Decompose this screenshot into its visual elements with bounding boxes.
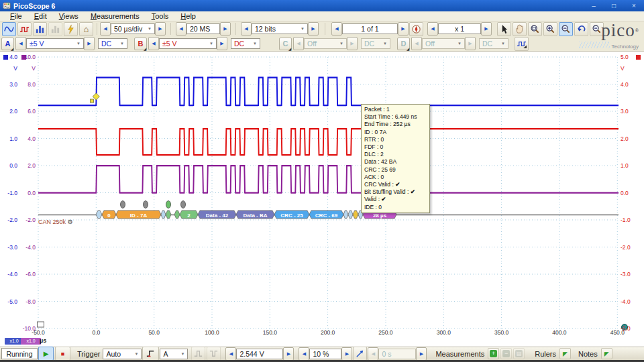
channel-a-range-down[interactable]: ◀ — [15, 37, 26, 50]
trigger-source-select[interactable]: A▼ — [160, 349, 188, 359]
channel-a-range-up[interactable]: ▶ — [84, 37, 95, 50]
trigger-level-down-button[interactable]: ◀ — [225, 347, 236, 361]
channel-b-range-down[interactable]: ◀ — [148, 37, 159, 50]
channel-a-range-select[interactable]: ±5 V▼ — [26, 38, 84, 49]
menu-measurements[interactable]: Measurements — [85, 11, 146, 21]
trigger-marker-icon[interactable] — [353, 347, 367, 361]
decode-segment[interactable] — [353, 210, 358, 219]
axis-red-tick: 0.0 — [621, 190, 639, 196]
home-icon[interactable]: ⌂ — [79, 22, 93, 36]
scope-canvas[interactable]: 0ID - 7A2Data - 42Data - BACRC - 25CRC -… — [0, 52, 644, 347]
delay-up-button[interactable]: ▶ — [416, 347, 427, 361]
channel-d-range-up: ▶ — [465, 37, 476, 50]
svg-text:28 µs: 28 µs — [373, 213, 387, 219]
trigger-mode-select[interactable]: Auto▼ — [103, 349, 142, 359]
axis-purple-tick: -2.0 — [19, 217, 36, 223]
menu-help[interactable]: Help — [174, 11, 202, 21]
resolution-select[interactable]: 12 bits▼ — [252, 23, 308, 34]
axis-red-tick: -2.0 — [621, 244, 639, 251]
decode-segment[interactable] — [166, 210, 171, 219]
start-capture-button[interactable]: ▶ — [38, 347, 54, 361]
serial-decode-channel-label[interactable]: CAN 250k ⚙ — [38, 219, 73, 225]
spectrum-mode-icon[interactable] — [33, 22, 47, 36]
trigger-level-stepper: ◀ 2.544 V ▶ — [225, 347, 294, 361]
zoom-window-icon[interactable] — [528, 22, 542, 36]
minimize-button[interactable]: – — [584, 0, 604, 11]
zoom-overview-icon[interactable] — [38, 322, 44, 327]
zoom-factor-field[interactable]: x 1 — [438, 23, 481, 34]
trigger-level-up-button[interactable]: ▶ — [283, 347, 294, 361]
menu-file[interactable]: File — [4, 11, 28, 21]
notes-label: Notes — [576, 350, 600, 358]
resolution-down-button[interactable]: ◀ — [241, 22, 252, 36]
axis-purple-unit: V — [19, 65, 36, 72]
pretrigger-up-button[interactable]: ▶ — [341, 347, 352, 361]
menu-edit[interactable]: Edit — [28, 11, 53, 21]
axis-red-tick: -1.0 — [621, 217, 639, 223]
time-axis-tick: 150.0 — [255, 329, 284, 336]
channel-a-button[interactable]: A◢ — [1, 38, 14, 50]
maximize-button[interactable]: □ — [604, 0, 624, 11]
resolution-up-button[interactable]: ▶ — [308, 22, 319, 36]
timebase-prev-button[interactable]: ◀ — [100, 22, 111, 36]
axis-blue-tick: -4.0 — [1, 271, 17, 278]
pointer-icon[interactable] — [497, 22, 511, 36]
decode-segment[interactable] — [161, 210, 166, 219]
samples-down-button[interactable]: ◀ — [176, 22, 186, 36]
page-field[interactable]: 1 of 1 — [342, 23, 398, 34]
channel-d-button[interactable]: D◢ — [397, 38, 410, 50]
channel-c-range-select[interactable]: Off▼ — [304, 38, 347, 49]
axis-red-tick: 4.0 — [621, 81, 639, 88]
notes-handle-icon[interactable]: ◤ — [601, 348, 612, 359]
hand-icon[interactable] — [513, 22, 527, 36]
channel-d-range-select[interactable]: Off▼ — [422, 38, 465, 49]
trigger-level-field[interactable]: 2.544 V — [236, 349, 283, 359]
channel-c-coupling-select[interactable]: DC▼ — [361, 38, 390, 49]
stop-capture-button[interactable]: ■ — [55, 347, 70, 361]
axis-purple-channel-square — [21, 55, 26, 60]
pretrigger-field[interactable]: 10 % — [309, 349, 341, 359]
zoom-in-step-button[interactable]: ▶ — [481, 22, 492, 36]
trigger-handle[interactable] — [91, 99, 94, 103]
menu-views[interactable]: Views — [53, 11, 85, 21]
channel-c-button[interactable]: C◢ — [279, 38, 292, 50]
channel-b-coupling-select[interactable]: DC▼ — [231, 38, 260, 49]
digital-inputs-icon[interactable] — [515, 37, 529, 51]
decode-segment[interactable] — [96, 210, 102, 219]
timebase-next-button[interactable]: ▶ — [155, 22, 166, 36]
axis-zoom-badge[interactable]: x1.0 — [21, 338, 41, 345]
channel-b-button[interactable]: B◢ — [134, 38, 147, 50]
trigger-arm-icon — [207, 347, 221, 361]
close-button[interactable]: × — [624, 0, 644, 11]
tooltip-row: Start Time : 6.449 ns — [364, 113, 427, 121]
channel-b-range-select[interactable]: ±5 V▼ — [159, 38, 217, 49]
rulers-handle-icon[interactable]: ◤ — [559, 348, 571, 359]
channel-d-coupling-select[interactable]: DC▼ — [479, 38, 508, 49]
timebase-select[interactable]: 50 µs/div▼ — [111, 23, 155, 34]
menu-tools[interactable]: Tools — [146, 11, 175, 21]
channel-b-range-up[interactable]: ▶ — [217, 37, 227, 50]
zoom-out-step-button[interactable]: ◀ — [427, 22, 438, 36]
decoder-settings-gear-icon[interactable]: ⚙ — [68, 219, 73, 225]
page-prev-button[interactable]: ◀ — [331, 22, 342, 36]
decode-segment[interactable] — [348, 210, 353, 219]
scope-mode-icon[interactable] — [2, 22, 16, 36]
pretrigger-down-button[interactable]: ◀ — [299, 347, 309, 361]
buffer-navigator-icon[interactable] — [409, 22, 423, 36]
axis-purple-tick: -6.0 — [19, 271, 36, 278]
samples-field[interactable]: 20 MS — [186, 23, 220, 34]
channel-d-group: D◢◀Off▼▶DC▼ — [396, 37, 508, 50]
running-button[interactable]: Running — [1, 348, 38, 359]
add-measurement-icon[interactable]: + — [488, 348, 499, 359]
decode-segment[interactable] — [174, 210, 180, 219]
tooltip-row: ID : 0 7A — [364, 129, 427, 136]
samples-up-button[interactable]: ▶ — [220, 22, 231, 36]
decode-segment[interactable] — [343, 210, 348, 219]
square-wave-mode-icon[interactable] — [17, 22, 32, 36]
zoom-in-icon[interactable] — [543, 22, 557, 36]
probe-wizard-icon[interactable] — [64, 22, 78, 36]
page-next-button[interactable]: ▶ — [398, 22, 409, 36]
channel-a-coupling-select[interactable]: DC▼ — [98, 38, 127, 49]
axis-red-tick: -4.0 — [621, 298, 639, 305]
advanced-trigger-icon[interactable] — [142, 347, 159, 361]
